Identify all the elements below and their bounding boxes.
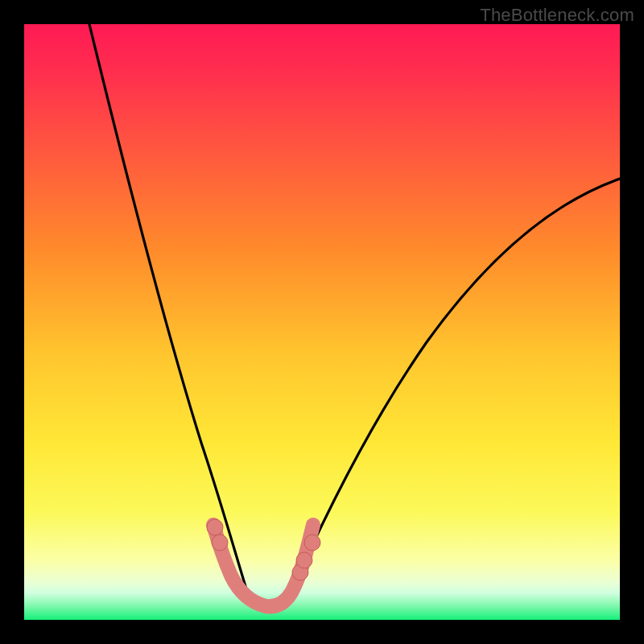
attribution-label: TheBottleneck.com xyxy=(480,5,634,26)
bead-right-mid xyxy=(296,552,312,568)
bead-left-lower xyxy=(212,535,228,551)
curve-left-branch xyxy=(89,24,250,602)
chart-frame: TheBottleneck.com xyxy=(0,0,644,644)
curve-layer xyxy=(24,24,620,620)
bead-right-upper xyxy=(304,535,320,551)
bead-left-upper xyxy=(207,519,223,535)
curve-right-branch xyxy=(287,179,620,602)
plot-area xyxy=(24,24,620,620)
